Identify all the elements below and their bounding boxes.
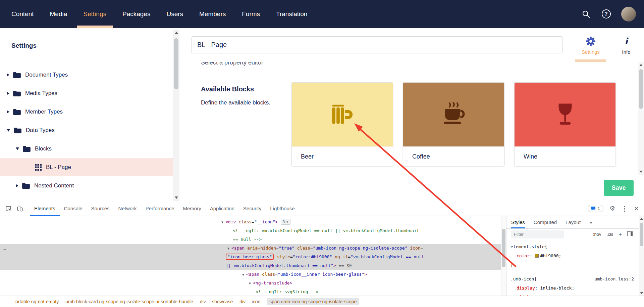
tree-item-media-types[interactable]: Media Types <box>0 84 173 102</box>
expand-arrow-icon[interactable]: ▼ <box>242 273 246 276</box>
block-card-beer[interactable]: Beer <box>291 82 393 166</box>
expand-arrow-icon[interactable]: ▼ <box>221 220 225 224</box>
computed-sidebar-toggle-icon[interactable] <box>627 231 633 237</box>
console-message-badge[interactable]: 1 <box>588 205 603 212</box>
devtools-tab-application[interactable]: Application <box>206 201 239 216</box>
expand-arrow-icon[interactable]: ▼ <box>227 247 231 250</box>
dom-line-selected[interactable]: "icon-beer-glass" style="color:#bf9000" … <box>0 253 506 261</box>
breadcrumb-item[interactable]: umb-block-card.ng-scope.ng-isolate-scope… <box>65 299 193 304</box>
dom-line[interactable]: ▼ <ng-transclude> <box>0 279 506 288</box>
tree-item-member-types[interactable]: Member Types <box>0 102 173 121</box>
help-icon[interactable]: ? <box>601 9 611 19</box>
save-button[interactable]: Save <box>604 180 634 196</box>
devtools-tab-sources[interactable]: Sources <box>87 201 114 216</box>
style-rule-umb-icon[interactable]: .umb-icon {umb-icon.less:2 <box>511 274 634 283</box>
caret-right-icon[interactable] <box>7 73 9 77</box>
devtools-close-icon[interactable]: × <box>634 205 639 213</box>
devtools-tab-elements[interactable]: Elements <box>30 201 60 216</box>
more-tabs-chevron[interactable]: » <box>589 216 592 228</box>
scrollbar-thumb[interactable] <box>502 229 505 267</box>
devtools-tab-console[interactable]: Console <box>60 201 87 216</box>
dom-line[interactable]: <!-- ngIf: vm.blockConfigModel == null |… <box>0 226 506 235</box>
devtools-settings-icon[interactable]: ⚙ <box>609 205 615 212</box>
tree-item-bl-page-selected[interactable]: BL - Page <box>0 158 173 176</box>
scroll-up-button[interactable] <box>639 216 644 221</box>
search-icon[interactable] <box>581 9 591 19</box>
nav-item-translation[interactable]: Translation <box>268 0 315 28</box>
sidebar-scrollbar[interactable] <box>173 30 179 201</box>
new-style-rule-button[interactable]: + <box>619 231 622 238</box>
style-property-width[interactable]: width: 1em; <box>511 293 634 296</box>
block-card-coffee[interactable]: Coffee <box>403 82 504 166</box>
breadcrumb-overflow[interactable]: … <box>366 299 370 304</box>
dom-line[interactable]: ▼ <span class="umb-icon__inner icon-beer… <box>0 270 506 279</box>
breadcrumb-overflow[interactable]: … <box>4 299 9 304</box>
element-classes-toggle[interactable]: .cls <box>607 232 613 237</box>
caret-right-icon[interactable] <box>7 92 9 95</box>
caret-down-icon[interactable] <box>16 147 19 150</box>
styles-scrollbar[interactable] <box>639 216 644 296</box>
dom-line[interactable]: ▼ <div class="__icon">flex <box>0 218 506 226</box>
tree-item-blocks[interactable]: Blocks <box>0 139 173 158</box>
scrollbar-thumb[interactable] <box>640 223 643 246</box>
tree-item-nested-content[interactable]: Nested Content <box>0 176 173 195</box>
style-property-display[interactable]: display: inline-block; <box>511 283 634 293</box>
content-scrollbar[interactable] <box>638 62 644 175</box>
device-toolbar-icon[interactable] <box>14 203 25 214</box>
tree-item-data-types[interactable]: Data Types <box>0 121 173 139</box>
scroll-up-button[interactable] <box>638 62 644 68</box>
caret-right-icon[interactable] <box>16 184 18 187</box>
scroll-down-button[interactable] <box>173 194 179 201</box>
scroll-down-button[interactable] <box>638 169 644 175</box>
scroll-down-button[interactable] <box>639 290 644 296</box>
document-type-name-input[interactable] <box>192 36 562 53</box>
pseudo-state-toggle[interactable]: :hov <box>593 232 601 237</box>
breadcrumb-item-selected[interactable]: span.umb-icon.ng-scope.ng-isolate-scope <box>267 298 359 305</box>
nav-item-members[interactable]: Members <box>191 0 234 28</box>
dom-line-selected[interactable]: || vm.blockConfigModel.thumbnail == null… <box>0 261 506 270</box>
tab-layout[interactable]: Layout <box>566 216 581 228</box>
breadcrumb-item[interactable]: div.__showcase <box>200 299 233 304</box>
scroll-up-button[interactable] <box>173 30 179 36</box>
breadcrumb-item[interactable]: div.__icon <box>239 299 260 304</box>
nav-item-forms[interactable]: Forms <box>234 0 268 28</box>
tab-styles[interactable]: Styles <box>511 216 525 228</box>
tab-computed[interactable]: Computed <box>534 216 557 228</box>
dom-comment: == null --> <box>233 237 262 242</box>
nav-item-settings[interactable]: Settings <box>75 0 114 28</box>
nav-item-users[interactable]: Users <box>158 0 191 28</box>
devtools-tab-network[interactable]: Network <box>114 201 141 216</box>
devtools-tab-memory[interactable]: Memory <box>179 201 206 216</box>
hidden-elements-ellipsis[interactable]: … <box>3 244 6 253</box>
flex-badge[interactable]: flex <box>281 219 290 225</box>
color-swatch[interactable] <box>535 254 539 258</box>
breadcrumb-item[interactable]: ortable.ng-not-empty <box>15 299 59 304</box>
devtools-tab-performance[interactable]: Performance <box>141 201 179 216</box>
caret-right-icon[interactable] <box>7 110 9 114</box>
nav-item-media[interactable]: Media <box>42 0 75 28</box>
style-property-color[interactable]: color: #bf9000; <box>511 251 634 260</box>
dom-line[interactable]: == null --> <box>0 235 506 244</box>
tree-item-document-types[interactable]: Document Types <box>0 65 173 84</box>
scrollbar-thumb[interactable] <box>639 69 643 109</box>
dom-scrollbar[interactable] <box>501 216 506 296</box>
stylesheet-source-link[interactable]: umb-icon.less:2 <box>595 274 634 283</box>
caret-down-icon[interactable] <box>7 129 10 132</box>
dom-line[interactable]: <!-- ngIf: svgString --> <box>0 288 506 296</box>
devtools-tab-security[interactable]: Security <box>239 201 266 216</box>
styles-filter-input[interactable] <box>511 230 564 238</box>
tab-info[interactable]: i Info <box>612 28 641 62</box>
tab-settings[interactable]: Settings <box>574 28 607 62</box>
devtools-panel: Elements Console Sources Network Perform… <box>0 201 644 307</box>
style-rule-element[interactable]: element.style { <box>511 242 634 251</box>
devtools-menu-icon[interactable]: ⋮ <box>621 205 628 212</box>
block-card-wine[interactable]: Wine <box>514 82 616 166</box>
inspect-element-icon[interactable] <box>3 203 14 214</box>
expand-arrow-icon[interactable]: ▼ <box>249 281 253 285</box>
scrollbar-thumb[interactable] <box>174 38 178 89</box>
dom-line-selected[interactable]: ▼ <span aria-hidden="true" class="umb-ic… <box>0 244 506 253</box>
nav-item-packages[interactable]: Packages <box>114 0 158 28</box>
user-avatar[interactable] <box>621 7 636 21</box>
devtools-tab-lighthouse[interactable]: Lighthouse <box>266 201 299 216</box>
nav-item-content[interactable]: Content <box>3 0 42 28</box>
